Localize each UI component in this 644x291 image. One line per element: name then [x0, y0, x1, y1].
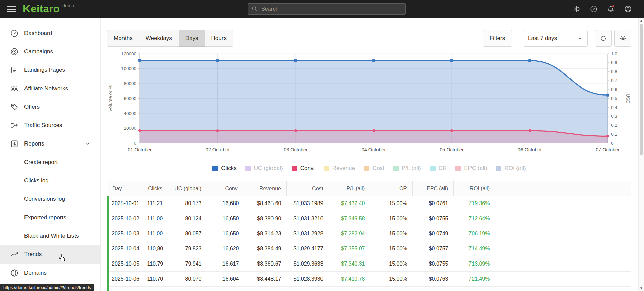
- legend-swatch: [324, 166, 329, 171]
- svg-text:0: 0: [611, 141, 614, 146]
- sidebar-item-offers[interactable]: Offers: [0, 98, 100, 116]
- gear-icon[interactable]: [573, 5, 581, 13]
- notification-badge: [612, 5, 615, 8]
- cell-day: 2025-10-02: [108, 211, 147, 226]
- column-header-day[interactable]: Day: [108, 181, 147, 196]
- table-row[interactable]: 2025-10-04110,8079,82316,620$8,384.49$1,…: [108, 241, 631, 256]
- cell-p-l-all: $7,432.40: [329, 196, 370, 211]
- legend-item-epc-all[interactable]: EPC (all): [455, 165, 487, 172]
- cell-uc-global: 80,057: [168, 226, 207, 241]
- table-row[interactable]: 2025-10-06110,7080,07016,604$8,448.17$1,…: [108, 272, 631, 287]
- cell-filler: [495, 272, 631, 287]
- table-row[interactable]: 2025-10-01111,2180,17316,680$8,465.60$1,…: [108, 196, 631, 211]
- cell-clicks: 111,00: [147, 226, 168, 241]
- tab-weekdays[interactable]: Weekdays: [139, 30, 179, 47]
- sidebar-item-label: Landings Pages: [24, 67, 65, 73]
- column-header-p-l-all[interactable]: P/L (all): [329, 181, 370, 196]
- search-icon: [251, 6, 258, 12]
- legend-item-roi-all[interactable]: ROI (all): [496, 165, 526, 172]
- column-header-uc-global[interactable]: UC (global): [168, 181, 207, 196]
- legend-label: EPC (all): [464, 165, 487, 172]
- column-header-cost[interactable]: Cost: [287, 181, 329, 196]
- sidebar-item-conversions-log[interactable]: Conversions log: [0, 190, 100, 208]
- cell-cr: 15.00%: [370, 196, 413, 211]
- sidebar-item-landings-pages[interactable]: Landings Pages: [0, 61, 100, 79]
- legend-swatch: [245, 166, 251, 171]
- tab-months[interactable]: Months: [107, 30, 139, 47]
- column-header-clicks[interactable]: Clicks: [147, 181, 168, 196]
- traffic-sources-icon: [10, 121, 19, 130]
- settings-gear-icon: [619, 35, 627, 42]
- vertical-scrollbar[interactable]: ▲ ▼: [638, 18, 644, 291]
- svg-text:01 October: 01 October: [128, 147, 152, 152]
- legend-item-uc-global[interactable]: UC (global): [245, 165, 283, 172]
- table-row[interactable]: 2025-10-03111,0080,05716,650$8,314.23$1,…: [108, 226, 631, 241]
- cell-clicks: 110,80: [147, 241, 168, 256]
- cell-cr: 14.40%: [370, 287, 413, 291]
- cell-p-l-all: $7,340.31: [329, 256, 370, 272]
- column-header-revenue[interactable]: Revenue: [244, 181, 287, 196]
- refresh-button[interactable]: [595, 30, 612, 47]
- cell-clicks: 64,62: [147, 287, 168, 291]
- tab-days[interactable]: Days: [179, 30, 205, 47]
- sidebar-item-reports[interactable]: Reports: [0, 134, 100, 153]
- tab-hours[interactable]: Hours: [205, 30, 233, 47]
- scrollbar-thumb[interactable]: [640, 24, 643, 155]
- sidebar-item-affiliate-networks[interactable]: Affiliate Networks: [0, 79, 100, 98]
- date-range-select[interactable]: Last 7 days: [523, 30, 588, 47]
- svg-text:0.4: 0.4: [611, 105, 617, 110]
- hamburger-menu-icon[interactable]: [7, 4, 16, 14]
- column-header-cr[interactable]: CR: [370, 181, 413, 196]
- sidebar-item-exported-reports[interactable]: Exported reports: [0, 208, 100, 227]
- cell-filler: [495, 211, 631, 226]
- legend-item-p-l-all[interactable]: P/L (all): [393, 165, 421, 172]
- legend-swatch: [292, 166, 297, 171]
- legend-item-conv[interactable]: Conv.: [292, 165, 315, 172]
- svg-text:0.7: 0.7: [611, 78, 617, 83]
- cell-cost: $1,029.4177: [287, 241, 329, 256]
- search-bar: [248, 3, 406, 15]
- svg-text:0.6: 0.6: [611, 87, 617, 92]
- notifications-bell-icon[interactable]: [607, 5, 615, 13]
- sidebar-item-clicks-log[interactable]: Clicks log: [0, 171, 100, 190]
- cell-filler: [495, 196, 631, 211]
- sidebar-item-domains[interactable]: Domains: [0, 264, 100, 282]
- table-row[interactable]: 2025-10-0764,6246,759,308$4,690.33$575.1…: [108, 287, 631, 291]
- sidebar-item-create-report[interactable]: Create report: [0, 153, 100, 171]
- app-logo[interactable]: Keitaro: [23, 0, 60, 18]
- svg-text:03 October: 03 October: [284, 147, 308, 152]
- legend-item-cr[interactable]: CR: [430, 165, 447, 172]
- trends-icon: [10, 250, 19, 259]
- cell-epc-all: $0.0749: [413, 226, 454, 241]
- cell-epc-all: $0.0755: [413, 256, 454, 272]
- column-header-conv[interactable]: Conv.: [207, 181, 244, 196]
- legend-item-revenue[interactable]: Revenue: [324, 165, 355, 172]
- filters-button[interactable]: Filters: [483, 30, 512, 47]
- sidebar-item-traffic-sources[interactable]: Traffic Sources: [0, 116, 100, 134]
- scroll-down-icon[interactable]: ▼: [639, 286, 644, 291]
- column-header-roi-all[interactable]: ROI (all): [454, 181, 495, 196]
- cell-p-l-all: $7,419.78: [329, 272, 370, 287]
- legend-item-cost[interactable]: Cost: [364, 165, 384, 172]
- cell-day: 2025-10-01: [108, 196, 147, 211]
- table-row[interactable]: 2025-10-05110,7979,94116,617$8,369.67$1,…: [108, 256, 631, 272]
- account-icon[interactable]: [624, 5, 632, 13]
- demo-badge: demo: [62, 3, 74, 8]
- sidebar-item-black-and-white-lists[interactable]: Black and White Lists: [0, 227, 100, 245]
- table-row[interactable]: 2025-10-02111,0080,12416,650$8,380.90$1,…: [108, 211, 631, 226]
- scroll-up-icon[interactable]: ▲: [639, 18, 644, 23]
- refresh-icon: [600, 35, 607, 42]
- sidebar-item-trends[interactable]: Trends: [0, 245, 100, 264]
- svg-text:06 October: 06 October: [518, 147, 542, 152]
- sidebar-item-campaigns[interactable]: Campaigns: [0, 42, 100, 61]
- svg-text:0.3: 0.3: [611, 114, 617, 119]
- cell-p-l-all: $7,349.58: [329, 211, 370, 226]
- sidebar-item-dashboard[interactable]: Dashboard: [0, 24, 100, 42]
- chart-settings-button[interactable]: [614, 30, 631, 47]
- svg-text:1.0: 1.0: [611, 51, 617, 56]
- column-header-epc-all[interactable]: EPC (all): [413, 181, 454, 196]
- search-input[interactable]: [248, 3, 406, 15]
- legend-item-clicks[interactable]: Clicks: [212, 165, 236, 172]
- chart-canvas: 02000040000600008000010000012000000.10.2…: [107, 51, 631, 156]
- help-icon[interactable]: ?: [590, 5, 598, 13]
